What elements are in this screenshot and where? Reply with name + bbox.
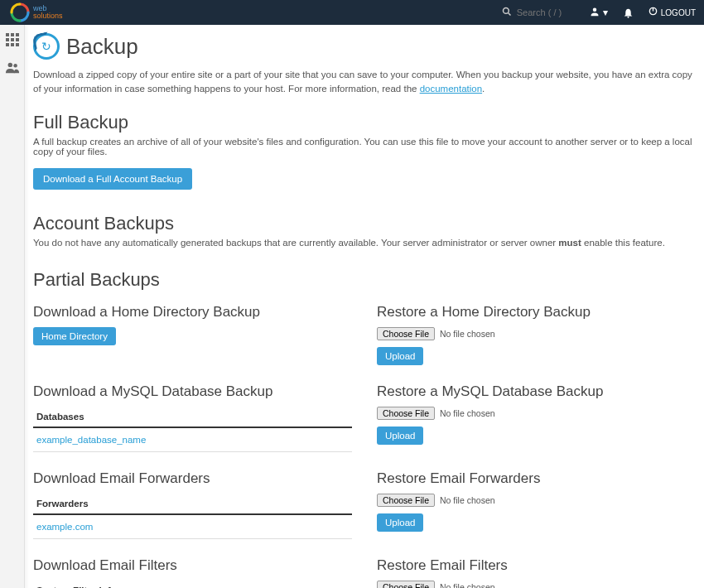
home-directory-button[interactable]: Home Directory bbox=[33, 327, 116, 345]
download-filters-heading: Download Email Filters bbox=[33, 557, 352, 574]
no-file-mysql: No file chosen bbox=[440, 408, 495, 418]
restore-forwarders-heading: Restore Email Forwarders bbox=[377, 470, 696, 487]
account-backups-desc: You do not have any automatically genera… bbox=[33, 238, 696, 248]
download-forwarders-heading: Download Email Forwarders bbox=[33, 470, 352, 487]
full-backup-desc: A full backup creates an archive of all … bbox=[33, 137, 696, 157]
notifications-icon[interactable] bbox=[623, 7, 634, 18]
full-backup-heading: Full Backup bbox=[33, 112, 696, 133]
download-mysql-heading: Download a MySQL Database Backup bbox=[33, 383, 352, 400]
caret-down-icon: ▾ bbox=[603, 7, 608, 18]
search-icon bbox=[502, 7, 512, 18]
documentation-link[interactable]: documentation bbox=[420, 84, 482, 94]
svg-rect-6 bbox=[6, 33, 9, 36]
page-description: Download a zipped copy of your entire si… bbox=[33, 68, 696, 97]
svg-point-15 bbox=[7, 63, 12, 67]
choose-file-filters[interactable]: Choose File bbox=[377, 581, 435, 589]
no-file-home: No file chosen bbox=[440, 329, 495, 339]
svg-rect-13 bbox=[11, 43, 14, 46]
table-row: example.com bbox=[33, 515, 352, 539]
main-content: ↻ Backup Download a zipped copy of your … bbox=[25, 25, 704, 588]
svg-rect-7 bbox=[11, 33, 14, 36]
filters-table-header: System Filter Info bbox=[33, 581, 352, 589]
svg-point-16 bbox=[13, 64, 17, 68]
svg-line-1 bbox=[508, 13, 510, 16]
forwarder-link[interactable]: example.com bbox=[36, 522, 93, 532]
svg-rect-12 bbox=[6, 43, 9, 46]
top-bar: websolutions ▾ LOGOUT bbox=[0, 0, 704, 25]
table-row: example_database_name bbox=[33, 428, 352, 452]
sidebar-users-icon[interactable] bbox=[5, 61, 20, 78]
choose-file-forwarders[interactable]: Choose File bbox=[377, 494, 435, 507]
svg-point-0 bbox=[503, 8, 509, 14]
search-input[interactable] bbox=[517, 7, 575, 17]
logout-icon bbox=[649, 7, 658, 18]
restore-filters-heading: Restore Email Filters bbox=[377, 557, 696, 574]
svg-point-3 bbox=[627, 16, 629, 17]
page-title: Backup bbox=[66, 34, 138, 60]
svg-rect-14 bbox=[16, 43, 19, 46]
download-full-backup-button[interactable]: Download a Full Account Backup bbox=[33, 168, 192, 190]
choose-file-mysql[interactable]: Choose File bbox=[377, 407, 435, 420]
brand-logo: websolutions bbox=[8, 1, 63, 24]
logo-icon bbox=[8, 1, 31, 24]
download-home-heading: Download a Home Directory Backup bbox=[33, 304, 352, 321]
choose-file-home[interactable]: Choose File bbox=[377, 327, 435, 340]
svg-rect-11 bbox=[16, 38, 19, 41]
forwarders-table-header: Forwarders bbox=[33, 494, 352, 515]
svg-rect-10 bbox=[11, 38, 14, 41]
partial-backups-heading: Partial Backups bbox=[33, 269, 696, 291]
user-icon bbox=[590, 7, 600, 19]
no-file-forwarders: No file chosen bbox=[440, 495, 495, 505]
restore-mysql-heading: Restore a MySQL Database Backup bbox=[377, 383, 696, 400]
sidebar-grid-icon[interactable] bbox=[6, 33, 19, 50]
database-link[interactable]: example_database_name bbox=[36, 435, 146, 445]
svg-point-2 bbox=[593, 7, 597, 12]
search-box[interactable] bbox=[502, 7, 575, 18]
backup-icon: ↻ bbox=[33, 33, 60, 60]
logo-text: websolutions bbox=[33, 5, 63, 20]
svg-rect-9 bbox=[6, 38, 9, 41]
sidebar bbox=[0, 25, 25, 588]
svg-rect-8 bbox=[16, 33, 19, 36]
user-menu[interactable]: ▾ bbox=[590, 7, 608, 19]
databases-table-header: Databases bbox=[33, 407, 352, 428]
logout-label: LOGOUT bbox=[661, 8, 696, 17]
upload-forwarders-button[interactable]: Upload bbox=[377, 513, 423, 532]
logout-button[interactable]: LOGOUT bbox=[649, 7, 696, 18]
upload-mysql-button[interactable]: Upload bbox=[377, 427, 423, 445]
account-backups-heading: Account Backups bbox=[33, 213, 696, 234]
no-file-filters: No file chosen bbox=[440, 582, 495, 589]
restore-home-heading: Restore a Home Directory Backup bbox=[377, 304, 696, 321]
upload-home-button[interactable]: Upload bbox=[377, 347, 423, 365]
